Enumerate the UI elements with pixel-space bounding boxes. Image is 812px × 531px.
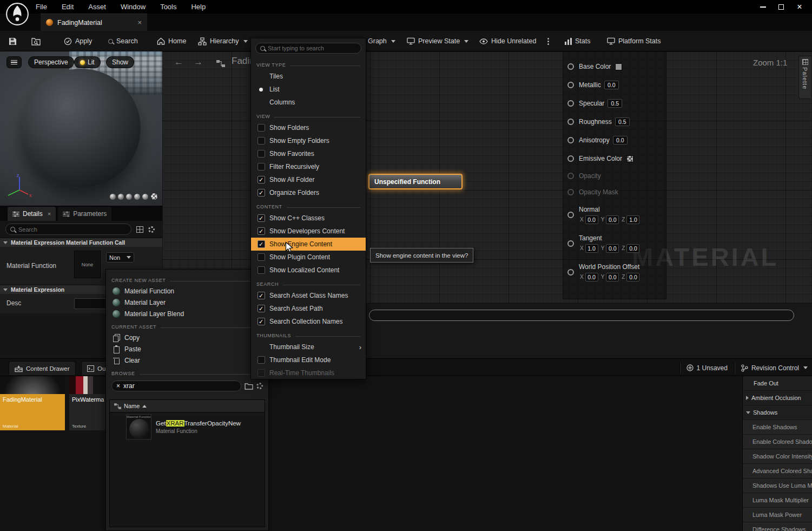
menu-window[interactable]: Window [121,3,146,11]
clear-search-icon[interactable]: × [116,383,120,389]
pin-circle-icon[interactable] [567,137,574,143]
pin-value-box[interactable]: 0.0 [604,81,619,89]
sphere-preview-icon[interactable] [118,194,124,200]
hierarchy-button[interactable]: Hierarchy [198,31,248,51]
show-button[interactable]: Show [106,56,134,68]
view-menu-item[interactable]: ✓Show Developers Content [251,225,366,238]
property-row[interactable]: Shadows Use Luma M [743,478,812,493]
nav-forward-icon[interactable]: → [194,57,203,68]
menu-asset[interactable]: Asset [88,3,106,11]
pin-circle-icon[interactable] [567,173,574,179]
view-menu-item[interactable]: Show Localized Content [251,264,366,277]
content-drawer-tab[interactable]: Content Drawer [9,361,76,375]
view-menu-item[interactable]: Thumbnail Size› [251,340,366,353]
menu-edit[interactable]: Edit [62,3,74,11]
view-menu-item[interactable]: ✓Organize Folders [251,186,366,199]
viewport-menu-button[interactable] [6,56,22,68]
details-search-input[interactable] [18,226,127,233]
revision-control-button[interactable]: Revision Control [741,364,808,372]
view-menu-item[interactable]: Show Plugin Content [251,251,366,264]
save-button[interactable] [9,31,17,51]
view-menu-item[interactable]: Columns [251,96,366,109]
menu-item[interactable]: Paste [106,343,268,355]
expander-icon[interactable] [746,411,750,414]
pin-circle-icon[interactable] [567,240,574,247]
asset-tile[interactable]: FadingMaterialMaterial [0,376,65,430]
save-search-folder-icon[interactable] [245,383,253,390]
unreal-engine-logo-icon[interactable] [5,2,30,27]
maximize-button[interactable] [772,1,790,14]
unsaved-indicator[interactable]: 1 Unsaved [686,364,728,372]
property-row[interactable]: Shadows [743,405,812,420]
pin-value-box[interactable]: 0.0 [585,215,598,224]
pin-value-box[interactable]: 1.0 [585,244,598,253]
view-menu-item[interactable]: List [251,83,366,96]
pin-circle-icon[interactable] [567,212,574,218]
view-menu-item[interactable]: ✓Search Collection Names [251,315,366,328]
settings-gear-icon[interactable] [148,226,155,233]
platform-stats-button[interactable]: Platform Stats [607,31,661,51]
property-row[interactable]: Enable Colored Shadow [743,435,812,449]
toolbar-overflow-icon[interactable] [547,38,549,45]
pin-circle-icon[interactable] [567,269,574,276]
asset-result-row[interactable]: Material Function GetXRARTransferOpacity… [110,412,265,441]
pin-circle-icon[interactable] [567,100,574,107]
pin-circle-icon[interactable] [567,82,574,88]
asset-search-box[interactable]: × [111,381,241,391]
pin-value-box[interactable]: 0.0 [606,273,619,281]
menu-item[interactable]: Material Layer [106,297,268,308]
pin-value-box[interactable]: 0.0 [613,136,628,145]
clean-graph-button[interactable]: Graph [368,31,395,51]
menu-item[interactable]: Material Layer Blend [106,308,268,319]
checker-sphere-icon[interactable] [150,193,158,200]
settings-gear-icon[interactable] [256,383,263,389]
tab-close-icon[interactable]: × [137,18,142,27]
section-material-function-call[interactable]: Material Expression Material Function Ca… [0,238,162,247]
hide-unrelated-button[interactable]: Hide Unrelated [479,31,536,51]
tab-fadingmaterial[interactable]: FadingMaterial × [41,14,147,31]
apply-button[interactable]: Apply [64,31,92,51]
color-swatch[interactable] [626,155,633,162]
menu-item[interactable]: Copy [106,332,268,343]
pin-value-box[interactable]: 1.0 [626,215,639,224]
search-button[interactable]: Search [108,31,138,51]
menu-item[interactable]: Clear [106,355,268,366]
lit-button[interactable]: Lit [74,56,101,68]
property-row[interactable]: Advanced Colored Sha [743,464,812,478]
view-menu-item[interactable]: Show Empty Folders [251,134,366,147]
display-grid-icon[interactable] [136,226,143,233]
property-row[interactable]: Ambient Occlusion [743,391,812,405]
pin-value-box[interactable]: 0.0 [626,244,639,253]
palette-tab[interactable]: Palette [798,56,811,99]
stats-button[interactable]: Stats [565,31,591,51]
pin-circle-icon[interactable] [567,63,574,70]
pin-circle-icon[interactable] [567,119,574,125]
asset-list-header[interactable]: Name [110,400,265,412]
preview-state-button[interactable]: Preview State [407,31,468,51]
view-menu-search[interactable] [255,43,361,54]
home-button[interactable]: Home [157,31,186,51]
property-row[interactable]: Luma Mask Multiplier [743,493,812,508]
preview-mesh-icons[interactable] [110,193,158,200]
view-menu-item[interactable]: ✓Search Asset Path [251,302,366,315]
menu-help[interactable]: Help [191,3,206,11]
view-menu-item[interactable]: Tiles [251,70,366,83]
property-row[interactable]: Shadow Color Intensity [743,449,812,464]
view-menu-item[interactable]: Thumbnail Edit Mode [251,353,366,366]
view-menu-item[interactable]: ✓Show C++ Classes [251,212,366,225]
tab-parameters[interactable]: Parameters [58,207,111,221]
material-result-node[interactable]: Base ColorMetallic0.0Specular0.5Roughnes… [563,51,666,299]
pin-circle-icon[interactable] [567,189,574,195]
sphere-preview-icon[interactable] [110,194,116,200]
color-swatch[interactable] [615,63,622,70]
perspective-button[interactable]: Perspective [28,56,74,68]
pin-value-box[interactable]: 0.0 [606,215,619,224]
view-menu-search-input[interactable] [268,45,357,51]
property-row[interactable]: Enable Shadows [743,420,812,435]
view-menu-item[interactable]: Show Folders [251,121,366,134]
view-menu-item[interactable]: Real-Time Thumbnails [251,366,366,379]
menu-file[interactable]: File [36,3,47,11]
details-search[interactable] [5,224,131,235]
browse-to-asset-button[interactable] [31,31,41,51]
asset-search-input[interactable] [123,382,236,390]
